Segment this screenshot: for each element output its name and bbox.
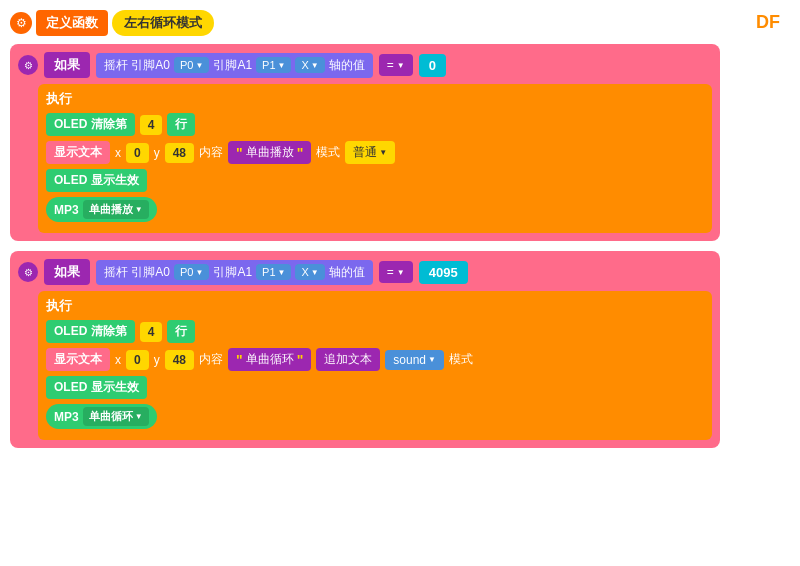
- display-text-row-1: 显示文本 x 0 y 48 内容 " 单曲播放 " 模式 普通 ▼: [46, 141, 704, 164]
- define-label: 定义函数: [36, 10, 108, 36]
- add-text-block: 追加文本: [316, 348, 380, 371]
- oled-show-row-2: OLED 显示生效: [46, 376, 704, 399]
- execute-section-2: 执行 OLED 清除第 4 行 显示文本 x 0 y 48 内容 " 单曲循环 …: [38, 291, 712, 440]
- mp3-select-2[interactable]: 单曲循环 ▼: [83, 407, 149, 426]
- oled-show-row-1: OLED 显示生效: [46, 169, 704, 192]
- if-keyword-1: 如果: [44, 52, 90, 78]
- pin0-select-2[interactable]: P0 ▼: [174, 264, 209, 280]
- content-block-1[interactable]: " 单曲播放 ": [228, 141, 311, 164]
- content-label-1: 内容: [199, 144, 223, 161]
- x-value-1[interactable]: 0: [126, 143, 149, 163]
- x-label-2: x: [115, 353, 121, 367]
- axis-select-2[interactable]: X ▼: [295, 264, 324, 280]
- if-header-1: ⚙ 如果 摇杆 引脚A0 P0 ▼ 引脚A1 P1 ▼ X ▼ 轴的值: [18, 52, 712, 78]
- row-label-1: 行: [167, 113, 195, 136]
- mp3-block-1[interactable]: MP3 单曲播放 ▼: [46, 197, 157, 222]
- sound-block[interactable]: sound ▼: [385, 350, 444, 370]
- mp3-row-2: MP3 单曲循环 ▼: [46, 404, 704, 429]
- pin0-select-1[interactable]: P0 ▼: [174, 57, 209, 73]
- mp3-row-1: MP3 单曲播放 ▼: [46, 197, 704, 222]
- execute-label-1: 执行: [46, 90, 704, 108]
- oled-show-block-1: OLED 显示生效: [46, 169, 147, 192]
- mode-label-2: 模式: [449, 351, 473, 368]
- y-label-1: y: [154, 146, 160, 160]
- if-block-1: ⚙ 如果 摇杆 引脚A0 P0 ▼ 引脚A1 P1 ▼ X ▼ 轴的值: [10, 44, 720, 241]
- execute-label-2: 执行: [46, 297, 704, 315]
- display-text-block-1: 显示文本: [46, 141, 110, 164]
- gear-icon-1: ⚙: [18, 55, 38, 75]
- mode-label-1: 模式: [316, 144, 340, 161]
- y-label-2: y: [154, 353, 160, 367]
- if-block-2: ⚙ 如果 摇杆 引脚A0 P0 ▼ 引脚A1 P1 ▼ X ▼ 轴的值: [10, 251, 720, 448]
- y-value-1[interactable]: 48: [165, 143, 194, 163]
- equals-block-2[interactable]: = ▼: [379, 261, 413, 283]
- mp3-block-2[interactable]: MP3 单曲循环 ▼: [46, 404, 157, 429]
- axis-select-1[interactable]: X ▼: [295, 57, 324, 73]
- oled-clear-row-2: OLED 清除第 4 行: [46, 320, 704, 343]
- if-header-2: ⚙ 如果 摇杆 引脚A0 P0 ▼ 引脚A1 P1 ▼ X ▼ 轴的值: [18, 259, 712, 285]
- x-value-2[interactable]: 0: [126, 350, 149, 370]
- execute-section-1: 执行 OLED 清除第 4 行 显示文本 x 0 y 48 内容 " 单曲播放 …: [38, 84, 712, 233]
- row-number-2[interactable]: 4: [140, 322, 163, 342]
- pin1-select-1[interactable]: P1 ▼: [256, 57, 291, 73]
- display-text-block-2: 显示文本: [46, 348, 110, 371]
- mode-select-1[interactable]: 普通 ▼: [345, 141, 395, 164]
- value-0[interactable]: 0: [419, 54, 446, 77]
- oled-clear-block-1: OLED 清除第: [46, 113, 135, 136]
- oled-clear-block-2: OLED 清除第: [46, 320, 135, 343]
- display-text-row-2: 显示文本 x 0 y 48 内容 " 单曲循环 " 追加文本 sound ▼ 模…: [46, 348, 704, 371]
- joystick-block-1[interactable]: 摇杆 引脚A0 P0 ▼ 引脚A1 P1 ▼ X ▼ 轴的值: [96, 53, 373, 78]
- pin1-select-2[interactable]: P1 ▼: [256, 264, 291, 280]
- joystick-block-2[interactable]: 摇杆 引脚A0 P0 ▼ 引脚A1 P1 ▼ X ▼ 轴的值: [96, 260, 373, 285]
- gear-icon-2: ⚙: [18, 262, 38, 282]
- if-keyword-2: 如果: [44, 259, 90, 285]
- value-4095[interactable]: 4095: [419, 261, 468, 284]
- func-name[interactable]: 左右循环模式: [112, 10, 214, 36]
- function-header: ⚙ 定义函数 左右循环模式: [10, 10, 760, 36]
- content-label-2: 内容: [199, 351, 223, 368]
- content-block-2[interactable]: " 单曲循环 ": [228, 348, 311, 371]
- y-value-2[interactable]: 48: [165, 350, 194, 370]
- oled-clear-row-1: OLED 清除第 4 行: [46, 113, 704, 136]
- row-number-1[interactable]: 4: [140, 115, 163, 135]
- x-label-1: x: [115, 146, 121, 160]
- gear-icon: ⚙: [10, 12, 32, 34]
- row-label-2: 行: [167, 320, 195, 343]
- equals-block-1[interactable]: = ▼: [379, 54, 413, 76]
- mp3-select-1[interactable]: 单曲播放 ▼: [83, 200, 149, 219]
- oled-show-block-2: OLED 显示生效: [46, 376, 147, 399]
